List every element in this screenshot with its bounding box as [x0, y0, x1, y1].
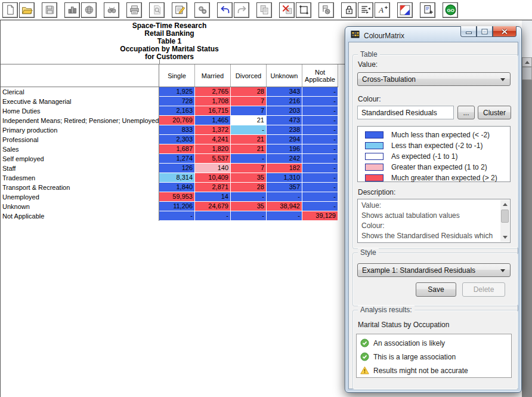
minimize-button[interactable]	[460, 26, 477, 37]
table-cell[interactable]: 28	[231, 87, 267, 97]
table-cell[interactable]: -	[159, 211, 195, 221]
colour-input[interactable]	[357, 106, 454, 119]
table-cell[interactable]: 11,206	[159, 202, 195, 211]
app-vertical-scrollbar[interactable]	[522, 20, 532, 397]
table-cell[interactable]: 203	[267, 106, 302, 116]
derivations-button[interactable]	[194, 2, 210, 18]
table-cell[interactable]: 1,820	[195, 144, 231, 154]
table-cell[interactable]: 126	[159, 164, 195, 173]
table-cell[interactable]: 196	[267, 144, 302, 154]
description-scroll-up[interactable]	[500, 200, 509, 209]
table-cell[interactable]: 1,840	[159, 183, 195, 192]
table-cell[interactable]: -	[302, 116, 338, 125]
table-cell[interactable]: -	[302, 154, 338, 164]
table-cell[interactable]: 8,314	[159, 173, 195, 183]
table-cell[interactable]: 1,708	[195, 97, 231, 106]
table-cell[interactable]: 343	[267, 87, 302, 97]
table-cell[interactable]: 2,765	[195, 87, 231, 97]
scrollbar-thumb[interactable]	[522, 67, 532, 80]
table-cell[interactable]: -	[231, 154, 267, 164]
column-header[interactable]: Single	[159, 64, 195, 87]
table-cell[interactable]: -	[302, 106, 338, 116]
table-cell[interactable]: -	[231, 125, 267, 135]
delete-button[interactable]: Delete	[462, 282, 505, 297]
new-report-button[interactable]	[420, 2, 435, 18]
row-label[interactable]: Independent Means; Retired; Pensioner; U…	[1, 116, 159, 125]
table-cell[interactable]: 35	[231, 173, 267, 183]
row-label[interactable]: Transport & Recreation	[1, 183, 159, 192]
lock-button[interactable]	[341, 2, 357, 18]
row-label[interactable]: Clerical	[1, 87, 159, 97]
maximize-button[interactable]	[477, 26, 493, 37]
table-cell[interactable]: -	[302, 125, 338, 135]
copy-button[interactable]	[256, 2, 272, 18]
column-header[interactable]: Not Applicable	[302, 64, 338, 87]
table-cell[interactable]: 10,409	[195, 173, 231, 183]
table-cell[interactable]: 7	[231, 164, 267, 173]
column-header[interactable]: Unknown	[267, 64, 302, 87]
table-cell[interactable]: -	[267, 192, 302, 202]
row-label[interactable]: Staff	[1, 164, 159, 173]
row-label[interactable]: Sales	[1, 144, 159, 154]
table-cell[interactable]: -	[231, 211, 267, 221]
table-cell[interactable]: 38,942	[267, 202, 302, 211]
table-cell[interactable]: 182	[267, 164, 302, 173]
row-label[interactable]: Unemployed	[1, 192, 159, 202]
row-label[interactable]: Professional	[1, 135, 159, 144]
browse-button[interactable]: ...	[457, 106, 475, 119]
table-cell[interactable]: -	[302, 87, 338, 97]
table-cell[interactable]: 2,163	[159, 106, 195, 116]
table-cell[interactable]: -	[302, 173, 338, 183]
table-cell[interactable]: 216	[267, 97, 302, 106]
table-cell[interactable]: 21	[231, 116, 267, 125]
row-label[interactable]: Self employed	[1, 154, 159, 164]
new-document-button[interactable]	[2, 2, 18, 18]
table-cell[interactable]: 473	[267, 116, 302, 125]
table-cell[interactable]: -	[302, 144, 338, 154]
row-label[interactable]: Primary production	[1, 125, 159, 135]
style-dropdown[interactable]: Example 1: Standardised Residuals	[357, 263, 511, 277]
drop-item-button[interactable]	[318, 2, 334, 18]
table-cell[interactable]: 1,465	[195, 116, 231, 125]
table-cell[interactable]: -	[302, 135, 338, 144]
column-header[interactable]: Divorced	[231, 64, 267, 87]
table-cell[interactable]: 14	[195, 192, 231, 202]
table-cell[interactable]: -	[195, 211, 231, 221]
table-cell[interactable]: -	[302, 192, 338, 202]
table-cell[interactable]: 2,871	[195, 183, 231, 192]
table-cell[interactable]: 140	[195, 164, 231, 173]
go-button[interactable]: GO	[443, 2, 458, 18]
row-label[interactable]: Home Duties	[1, 106, 159, 116]
close-button[interactable]	[493, 26, 516, 37]
transpose-button[interactable]	[296, 2, 311, 18]
table-cell[interactable]: 1,274	[159, 154, 195, 164]
table-cell[interactable]: 28	[231, 183, 267, 192]
table-cell[interactable]: 5,537	[195, 154, 231, 164]
table-cell[interactable]: 24,679	[195, 202, 231, 211]
table-cell[interactable]: 21	[231, 135, 267, 144]
row-label[interactable]: Executive & Managerial	[1, 97, 159, 106]
column-header[interactable]: Married	[195, 64, 231, 87]
redo-button[interactable]	[234, 2, 249, 18]
table-cell[interactable]: 4,241	[195, 135, 231, 144]
table-cell[interactable]: 1,310	[267, 173, 302, 183]
table-cell[interactable]: 1,687	[159, 144, 195, 154]
row-label[interactable]: Not Applicable	[1, 211, 159, 221]
description-scroll-down[interactable]	[500, 233, 509, 242]
table-cell[interactable]: -	[302, 97, 338, 106]
table-cell[interactable]: 238	[267, 125, 302, 135]
chart-view-button[interactable]	[64, 2, 80, 18]
table-cell[interactable]: 2,303	[159, 135, 195, 144]
delete-item-button[interactable]	[279, 2, 295, 18]
table-cell[interactable]: 294	[267, 135, 302, 144]
edit-table-button[interactable]	[172, 2, 187, 18]
row-label[interactable]: Unknown	[1, 202, 159, 211]
table-cell[interactable]: 16,715	[195, 106, 231, 116]
font-increase-button[interactable]: A	[375, 2, 390, 18]
table-cell[interactable]: 242	[267, 154, 302, 164]
table-cell[interactable]: 39,129	[302, 211, 338, 221]
table-cell[interactable]: 35	[231, 202, 267, 211]
table-cell[interactable]: -	[302, 164, 338, 173]
colour-matrix-button[interactable]	[397, 2, 413, 18]
table-cell[interactable]: 1,925	[159, 87, 195, 97]
